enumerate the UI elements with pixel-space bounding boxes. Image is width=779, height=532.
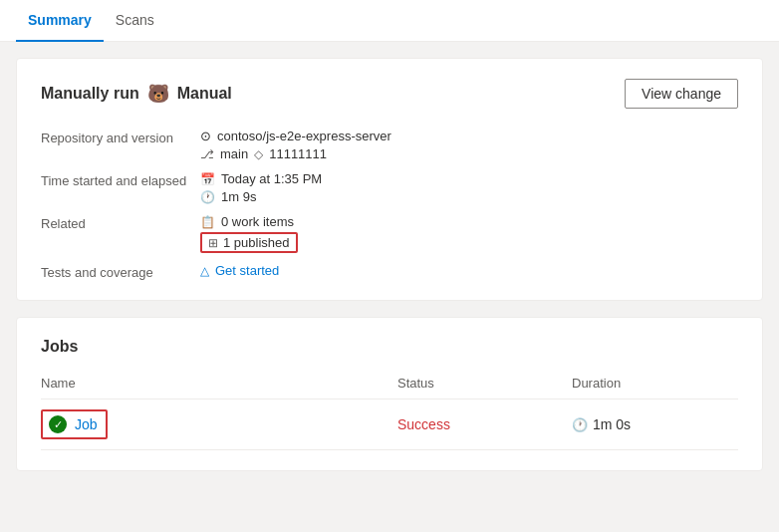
time-started-row: 📅 Today at 1:35 PM <box>200 171 738 186</box>
calendar-icon: 📅 <box>200 172 215 186</box>
col-header-name: Name <box>41 372 390 399</box>
summary-card: Manually run 🐻 Manual View change Reposi… <box>16 58 763 301</box>
job-highlight-box: ✓ Job <box>41 409 108 439</box>
job-status: Success <box>397 416 450 432</box>
tab-summary[interactable]: Summary <box>16 0 104 42</box>
get-started-row: △ Get started <box>200 263 738 278</box>
beaker-icon: △ <box>200 264 209 278</box>
tests-label: Tests and coverage <box>41 263 200 280</box>
job-duration-cell: 🕐 1m 0s <box>564 399 738 450</box>
branch-name: main <box>220 146 248 161</box>
clock-elapsed-icon: 🕐 <box>200 190 215 204</box>
jobs-card: Jobs Name Status Duration ✓ Job <box>16 317 763 471</box>
tab-scans[interactable]: Scans <box>104 0 166 42</box>
diamond-icon: ◇ <box>254 147 263 161</box>
jobs-table-body: ✓ Job Success 🕐 1m 0s <box>41 399 738 450</box>
published-box: ⊞ 1 published <box>200 232 298 253</box>
view-change-button[interactable]: View change <box>625 79 738 109</box>
duration-text: 1m 0s <box>593 416 631 432</box>
branch-commit-row: ⎇ main ◇ 11111111 <box>200 146 738 161</box>
time-value: 📅 Today at 1:35 PM 🕐 1m 9s <box>200 171 738 204</box>
job-status-cell: Success <box>390 399 564 450</box>
success-icon: ✓ <box>49 415 67 433</box>
col-header-status: Status <box>390 372 564 399</box>
jobs-table: Name Status Duration ✓ Job Success <box>41 372 738 450</box>
avatar: 🐻 <box>147 83 169 105</box>
col-header-duration: Duration <box>564 372 738 399</box>
title-suffix: Manual <box>177 85 232 103</box>
elapsed-row: 🕐 1m 9s <box>200 189 738 204</box>
published-text: 1 published <box>223 235 290 250</box>
repo-name-row: ⊙ contoso/js-e2e-express-server <box>200 129 738 143</box>
jobs-table-head: Name Status Duration <box>41 372 738 399</box>
main-content: Manually run 🐻 Manual View change Reposi… <box>0 42 779 487</box>
commit-hash: 11111111 <box>269 146 327 161</box>
time-started: Today at 1:35 PM <box>221 171 322 186</box>
jobs-title: Jobs <box>41 338 738 356</box>
work-items-row: 📋 0 work items <box>200 214 738 229</box>
related-label: Related <box>41 214 200 253</box>
duration-value: 🕐 1m 0s <box>572 416 730 432</box>
published-row: ⊞ 1 published <box>200 232 738 253</box>
work-items-text: 0 work items <box>221 214 294 229</box>
repo-value: ⊙ contoso/js-e2e-express-server ⎇ main ◇… <box>200 129 738 161</box>
tests-value: △ Get started <box>200 263 738 280</box>
job-name[interactable]: Job <box>75 416 98 432</box>
published-icon: ⊞ <box>208 236 218 250</box>
jobs-header-row: Name Status Duration <box>41 372 738 399</box>
repo-name: contoso/js-e2e-express-server <box>217 129 391 143</box>
branch-icon: ⎇ <box>200 147 214 161</box>
github-icon: ⊙ <box>200 129 211 143</box>
clock-icon: 🕐 <box>572 417 588 432</box>
repo-label: Repository and version <box>41 129 200 161</box>
workitem-icon: 📋 <box>200 215 215 229</box>
elapsed-time: 1m 9s <box>221 189 256 204</box>
tabs-bar: Summary Scans <box>0 0 779 42</box>
job-name-cell: ✓ Job <box>41 399 390 450</box>
get-started-link[interactable]: Get started <box>215 263 279 278</box>
related-value: 📋 0 work items ⊞ 1 published <box>200 214 738 253</box>
summary-title: Manually run 🐻 Manual <box>41 83 232 105</box>
summary-header: Manually run 🐻 Manual View change <box>41 79 738 109</box>
table-row: ✓ Job Success 🕐 1m 0s <box>41 399 738 450</box>
title-prefix: Manually run <box>41 85 139 103</box>
time-label: Time started and elapsed <box>41 171 200 204</box>
info-table: Repository and version ⊙ contoso/js-e2e-… <box>41 129 738 280</box>
